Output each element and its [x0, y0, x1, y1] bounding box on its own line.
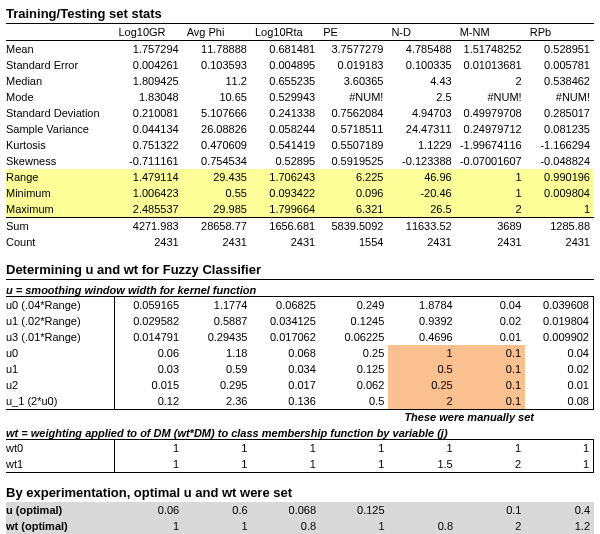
stats-cell: 0.529943	[251, 89, 319, 105]
optimal-section-title: By experimentation, optimal u and wt wer…	[6, 483, 594, 502]
u-cell: 0.02	[525, 361, 593, 377]
u-cell: 0.019804	[525, 313, 593, 329]
u-cell: 0.059165	[115, 297, 183, 314]
u-row-label: u0	[6, 345, 115, 361]
wt-cell: 1	[251, 440, 319, 457]
u-cell: 0.009902	[525, 329, 593, 345]
optimal-cell: 0.06	[115, 502, 183, 518]
optimal-cell: 0.8	[252, 518, 320, 534]
optimal-cell: 0.4	[525, 502, 594, 518]
u-cell: 0.1245	[320, 313, 388, 329]
wt-cell: 1.5	[388, 456, 456, 473]
stats-cell: 0.241338	[251, 105, 319, 121]
wt-cell: 1	[320, 456, 388, 473]
stats-cell: 26.08826	[183, 121, 251, 137]
stats-cell: 2431	[456, 234, 526, 250]
u-cell: 2.36	[183, 393, 251, 410]
stats-cell: 28658.77	[183, 218, 251, 235]
u-cell: 0.029582	[115, 313, 183, 329]
u-row-label: u2	[6, 377, 115, 393]
stats-row-label: Count	[6, 234, 114, 250]
stats-cell: 11.2	[183, 73, 251, 89]
stats-cell: 0.096	[319, 185, 387, 201]
stats-cell: 46.96	[387, 169, 455, 185]
u-cell: 0.12	[115, 393, 183, 410]
u-cell: 0.1	[457, 393, 525, 410]
u-cell: 0.034	[251, 361, 319, 377]
stats-row-label: Range	[6, 169, 114, 185]
stats-row-label: Sample Variance	[6, 121, 114, 137]
u-cell: 0.4696	[388, 329, 456, 345]
stats-cell: 0.541419	[251, 137, 319, 153]
wt-cell: 1	[388, 440, 456, 457]
u-cell: 0.1	[457, 377, 525, 393]
u-cell: 0.04	[525, 345, 593, 361]
stats-cell: 0.7562084	[319, 105, 387, 121]
u-cell: 0.015	[115, 377, 183, 393]
u-cell: 2	[388, 393, 456, 410]
wt-cell: 2	[457, 456, 525, 473]
u-row-label: u_1 (2*u0)	[6, 393, 115, 410]
u-cell: 0.295	[183, 377, 251, 393]
stats-row-label: Maximum	[6, 201, 114, 218]
u-cell: 0.062	[320, 377, 388, 393]
stats-cell: 1656.681	[251, 218, 319, 235]
wt-cell: 1	[525, 440, 593, 457]
stats-cell: 11.78888	[183, 41, 251, 58]
wt-cell: 1	[251, 456, 319, 473]
u-cell: 0.29435	[183, 329, 251, 345]
stats-header: RPb	[526, 24, 594, 41]
stats-cell: 6.225	[319, 169, 387, 185]
stats-row-label: Standard Error	[6, 57, 114, 73]
stats-cell: 3.60365	[319, 73, 387, 89]
stats-header: Avg Phi	[183, 24, 251, 41]
stats-cell: 1	[456, 185, 526, 201]
stats-cell: 2	[456, 201, 526, 218]
u-row-label: u0 (.04*Range)	[6, 297, 115, 314]
stats-cell: 0.01013681	[456, 57, 526, 73]
stats-cell: 24.47311	[387, 121, 455, 137]
u-cell: 0.25	[388, 377, 456, 393]
stats-row-label: Mean	[6, 41, 114, 58]
stats-cell: 1	[526, 201, 594, 218]
u-cell: 0.01	[525, 377, 593, 393]
stats-cell: 0.103593	[183, 57, 251, 73]
stats-cell: 29.435	[183, 169, 251, 185]
stats-cell: 1.706243	[251, 169, 319, 185]
u-cell: 1.18	[183, 345, 251, 361]
stats-cell: 1.51748252	[456, 41, 526, 58]
u-row-label: u3 (.01*Range)	[6, 329, 115, 345]
stats-cell: 2431	[387, 234, 455, 250]
stats-cell: 0.285017	[526, 105, 594, 121]
stats-cell: 0.990196	[526, 169, 594, 185]
stats-cell: 1.757294	[114, 41, 182, 58]
stats-cell: -0.123388	[387, 153, 455, 169]
u-cell: 0.02	[457, 313, 525, 329]
stats-cell: 0.52895	[251, 153, 319, 169]
u-cell: 0.06825	[251, 297, 319, 314]
optimal-row-label: wt (optimal)	[6, 518, 115, 534]
optimal-row-label: u (optimal)	[6, 502, 115, 518]
stats-table: Log10GRAvg PhiLog10RtaPEN-DM-NMRPb Mean1…	[6, 24, 594, 250]
u-cell: 0.017	[251, 377, 319, 393]
stats-cell: 1.1229	[387, 137, 455, 153]
stats-cell: 2431	[114, 234, 182, 250]
stats-cell: 1	[456, 169, 526, 185]
stats-cell: -0.711161	[114, 153, 182, 169]
u-cell: 0.01	[457, 329, 525, 345]
stats-cell: 1.83048	[114, 89, 182, 105]
stats-cell: 0.210081	[114, 105, 182, 121]
stats-header: N-D	[387, 24, 455, 41]
stats-cell: #NUM!	[526, 89, 594, 105]
stats-row-label: Mode	[6, 89, 114, 105]
stats-cell: -20.46	[387, 185, 455, 201]
u-cell: 1.1774	[183, 297, 251, 314]
stats-cell: 0.100335	[387, 57, 455, 73]
stats-cell: 1.809425	[114, 73, 182, 89]
optimal-cell: 0.1	[457, 502, 525, 518]
u-cell: 0.014791	[115, 329, 183, 345]
stats-cell: 0.009804	[526, 185, 594, 201]
wt-cell: 1	[525, 456, 593, 473]
stats-cell: 0.004261	[114, 57, 182, 73]
stats-cell: 1285.88	[526, 218, 594, 235]
